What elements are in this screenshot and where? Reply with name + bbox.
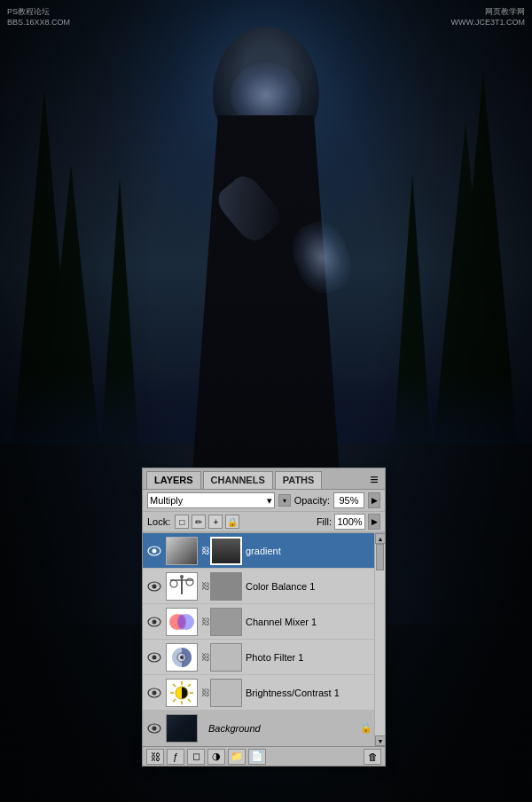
mask-thumb-brightness-contrast	[210, 679, 242, 707]
layers-list: ▲ ▼ ⛓ gradient	[143, 532, 385, 746]
opacity-label: Opacity:	[294, 495, 330, 506]
layer-row-gradient[interactable]: ⛓ gradient	[143, 533, 385, 569]
link-layers-btn[interactable]: ⛓	[146, 749, 164, 765]
svg-line-28	[173, 684, 176, 687]
layer-thumb-photo-filter	[166, 643, 198, 672]
blend-dropdown-arrow: ▾	[267, 495, 272, 507]
svg-point-7	[186, 578, 193, 586]
svg-line-22	[188, 684, 191, 687]
layers-panel: LAYERS CHANNELS PATHS ≡ Multiply ▾ ▾ Opa…	[142, 468, 386, 767]
eye-icon-brightness-contrast[interactable]	[145, 684, 163, 702]
tab-paths[interactable]: PATHS	[275, 471, 323, 489]
eye-icon-color-balance[interactable]	[145, 578, 163, 595]
svg-point-8	[180, 575, 184, 578]
svg-point-31	[153, 726, 157, 730]
mask-thumb-channel-mixer	[210, 608, 242, 636]
tab-channels[interactable]: CHANNELS	[203, 471, 273, 489]
layer-name-photo-filter: Photo Filter 1	[246, 652, 372, 663]
svg-line-24	[188, 699, 191, 702]
layer-name-color-balance: Color Balance 1	[246, 581, 372, 592]
add-style-btn[interactable]: ƒ	[167, 749, 184, 765]
svg-point-6	[170, 580, 177, 587]
eye-icon-gradient[interactable]	[145, 542, 163, 560]
opacity-field[interactable]: 95%	[333, 492, 364, 508]
panel-tab-bar: LAYERS CHANNELS PATHS ≡	[143, 468, 385, 490]
mask-thumb-gradient	[210, 537, 242, 565]
layer-name-background: Background	[208, 723, 360, 734]
scrollbar-up-btn[interactable]: ▲	[375, 533, 385, 544]
delete-layer-btn[interactable]: 🗑	[364, 749, 381, 765]
svg-point-18	[180, 656, 184, 659]
fill-arrow-btn[interactable]: ▶	[368, 514, 380, 530]
layer-name-brightness-contrast: Brightness/Contrast 1	[246, 688, 372, 698]
link-icon-brightness-contrast: ⛓	[201, 684, 210, 702]
layer-row-photo-filter[interactable]: ⛓ Photo Filter 1	[143, 640, 385, 675]
fill-field[interactable]: 100%	[334, 514, 365, 530]
layer-row-background[interactable]: Background 🔒	[143, 711, 385, 746]
layer-thumb-channel-mixer	[166, 608, 198, 636]
lock-transparency-btn[interactable]: □	[175, 515, 189, 529]
new-fill-btn[interactable]: ◑	[207, 749, 225, 765]
layer-row-brightness-contrast[interactable]: ⛓ Brightness/Contrast 1	[143, 675, 385, 711]
eye-icon-background[interactable]	[145, 719, 163, 737]
fill-value: 100%	[337, 516, 362, 527]
lock-brush-btn[interactable]: ✏	[192, 515, 206, 529]
new-group-btn[interactable]: 📁	[228, 749, 246, 765]
layer-thumb-color-balance	[166, 572, 198, 601]
panel-menu-icon[interactable]: ≡	[367, 473, 381, 487]
scrollbar-track	[375, 544, 385, 735]
svg-point-1	[153, 548, 157, 553]
blend-mode-value: Multiply	[150, 495, 183, 506]
svg-point-3	[153, 584, 157, 588]
fill-label: Fill:	[317, 516, 332, 527]
opacity-arrow-btn[interactable]: ▶	[368, 492, 380, 508]
layer-thumb-brightness-contrast	[166, 679, 198, 707]
svg-line-26	[173, 699, 176, 702]
scrollbar-thumb[interactable]	[376, 544, 384, 570]
svg-point-13	[177, 614, 186, 630]
lock-all-btn[interactable]: 🔒	[225, 515, 239, 529]
lock-move-btn[interactable]: +	[208, 515, 223, 529]
blend-mode-select[interactable]: Multiply ▾	[147, 492, 275, 508]
svg-point-10	[153, 619, 157, 624]
link-icon-photo-filter: ⛓	[201, 649, 210, 666]
scrollbar-down-btn[interactable]: ▼	[375, 735, 385, 746]
eye-icon-channel-mixer[interactable]	[145, 613, 163, 631]
blend-arrow-btn[interactable]: ▾	[278, 494, 291, 507]
layer-thumb-background	[166, 714, 198, 743]
layer-row-channel-mixer[interactable]: ⛓ Channel Mixer 1	[143, 604, 385, 640]
watermark-right: 网页教学网 WWW.JCE3T1.COM	[451, 7, 526, 28]
tab-layers[interactable]: LAYERS	[146, 471, 201, 489]
mask-thumb-color-balance	[210, 572, 242, 601]
layer-row-color-balance[interactable]: ⛓ Color Balance 1	[143, 569, 385, 604]
link-icon-gradient: ⛓	[201, 542, 210, 560]
opacity-value: 95%	[339, 495, 358, 506]
lock-label: Lock:	[147, 516, 170, 527]
svg-point-15	[153, 655, 157, 659]
add-mask-btn[interactable]: ◻	[187, 749, 205, 765]
watermark-left: PS教程论坛 BBS.16XX8.COM	[7, 7, 70, 28]
link-icon-color-balance: ⛓	[201, 578, 210, 595]
layer-name-channel-mixer: Channel Mixer 1	[246, 617, 372, 627]
blend-opacity-row: Multiply ▾ ▾ Opacity: 95% ▶	[143, 490, 385, 512]
layer-name-gradient: gradient	[246, 546, 372, 556]
lock-fill-row: Lock: □ ✏ + 🔒 Fill: 100% ▶	[143, 512, 385, 532]
background-lock-icon: 🔒	[360, 722, 372, 735]
svg-point-20	[153, 690, 157, 695]
new-layer-btn[interactable]: 📄	[248, 749, 266, 765]
layers-scrollbar[interactable]: ▲ ▼	[374, 533, 385, 746]
layer-thumb-gradient	[166, 537, 198, 565]
svg-rect-4	[181, 577, 183, 594]
panel-toolbar: ⛓ ƒ ◻ ◑ 📁 📄 🗑	[143, 746, 385, 766]
eye-icon-photo-filter[interactable]	[145, 649, 163, 666]
mask-thumb-photo-filter	[210, 643, 242, 672]
link-icon-channel-mixer: ⛓	[201, 613, 210, 631]
